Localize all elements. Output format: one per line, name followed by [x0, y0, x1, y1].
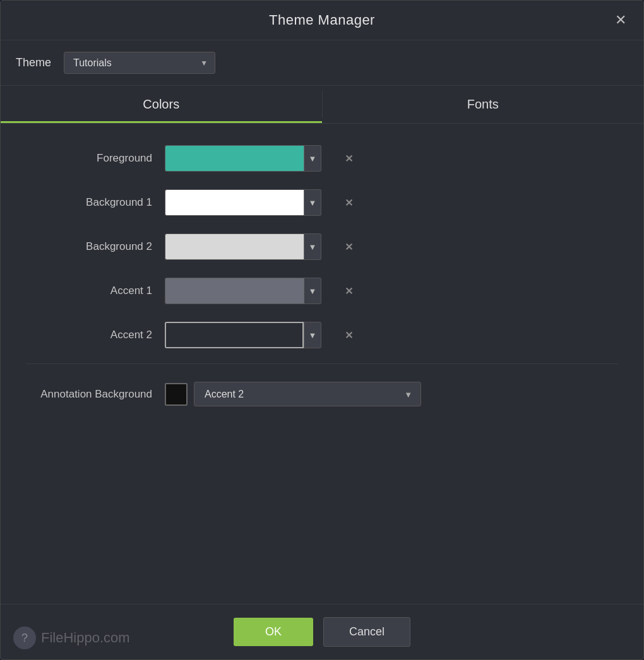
background2-picker: ▼ — [165, 233, 321, 260]
accent2-picker: ▼ — [165, 322, 321, 348]
theme-row: Theme Tutorials Default Dark Light — [1, 40, 643, 86]
annotation-select-wrapper: Accent 2 Accent 1 Background 1 Backgroun… — [165, 382, 421, 406]
foreground-label: Foreground — [26, 152, 152, 165]
accent2-swatch[interactable] — [165, 322, 304, 348]
background2-clear-icon: ✕ — [345, 241, 353, 253]
foreground-clear-btn[interactable]: ✕ — [339, 149, 358, 168]
theme-select-wrapper: Tutorials Default Dark Light — [64, 52, 215, 74]
watermark-text: FileHippo.com — [41, 630, 130, 646]
background2-clear-btn[interactable]: ✕ — [339, 237, 358, 256]
background2-dropdown-btn[interactable]: ▼ — [304, 233, 321, 260]
separator — [26, 363, 618, 364]
title-bar: Theme Manager ✕ — [1, 1, 643, 40]
annotation-dropdown: Accent 2 Accent 1 Background 1 Backgroun… — [194, 382, 421, 406]
accent2-dropdown-btn[interactable]: ▼ — [304, 322, 321, 348]
theme-label: Theme — [16, 56, 51, 69]
background1-row: Background 1 ▼ ✕ — [26, 180, 618, 225]
annotation-select[interactable]: Accent 2 Accent 1 Background 1 Backgroun… — [194, 382, 421, 406]
accent1-clear-icon: ✕ — [345, 285, 353, 297]
watermark: ? FileHippo.com — [13, 627, 130, 649]
tab-fonts[interactable]: Fonts — [323, 86, 644, 123]
annotation-label: Annotation Background — [26, 388, 152, 401]
annotation-color-box[interactable] — [165, 383, 188, 406]
accent2-row: Accent 2 ▼ ✕ — [26, 313, 618, 357]
accent1-clear-btn[interactable]: ✕ — [339, 281, 358, 300]
accent1-row: Accent 1 ▼ ✕ — [26, 269, 618, 313]
accent2-label: Accent 2 — [26, 329, 152, 341]
foreground-picker: ▼ — [165, 145, 321, 172]
tabs-bar: Colors Fonts — [1, 86, 643, 124]
background2-row: Background 2 ▼ ✕ — [26, 225, 618, 269]
tab-colors[interactable]: Colors — [1, 86, 322, 123]
accent1-dropdown-btn[interactable]: ▼ — [304, 278, 321, 304]
annotation-row: Annotation Background Accent 2 Accent 1 … — [26, 370, 618, 418]
background1-dropdown-btn[interactable]: ▼ — [304, 189, 321, 216]
accent2-clear-btn[interactable]: ✕ — [339, 326, 358, 345]
ok-button[interactable]: OK — [234, 618, 313, 646]
background1-label: Background 1 — [26, 196, 152, 209]
background1-swatch[interactable] — [165, 189, 304, 216]
help-icon: ? — [13, 627, 36, 649]
accent1-label: Accent 1 — [26, 285, 152, 297]
background2-swatch[interactable] — [165, 233, 304, 260]
foreground-swatch[interactable] — [165, 145, 304, 172]
theme-select[interactable]: Tutorials Default Dark Light — [64, 52, 215, 74]
foreground-clear-icon: ✕ — [345, 153, 353, 165]
close-button[interactable]: ✕ — [611, 10, 631, 30]
background1-clear-btn[interactable]: ✕ — [339, 193, 358, 212]
background1-picker: ▼ — [165, 189, 321, 216]
accent1-picker: ▼ — [165, 278, 321, 304]
background2-label: Background 2 — [26, 240, 152, 253]
colors-content: Foreground ▼ ✕ Background 1 ▼ ✕ Backgrou… — [1, 124, 643, 604]
accent2-clear-icon: ✕ — [345, 329, 353, 341]
accent1-swatch[interactable] — [165, 278, 304, 304]
foreground-dropdown-btn[interactable]: ▼ — [304, 145, 321, 172]
background1-clear-icon: ✕ — [345, 197, 353, 209]
theme-manager-dialog: Theme Manager ✕ Theme Tutorials Default … — [0, 0, 644, 660]
dialog-title: Theme Manager — [269, 12, 375, 28]
cancel-button[interactable]: Cancel — [323, 617, 410, 647]
foreground-row: Foreground ▼ ✕ — [26, 136, 618, 180]
dialog-footer: ? FileHippo.com OK Cancel — [1, 604, 643, 659]
